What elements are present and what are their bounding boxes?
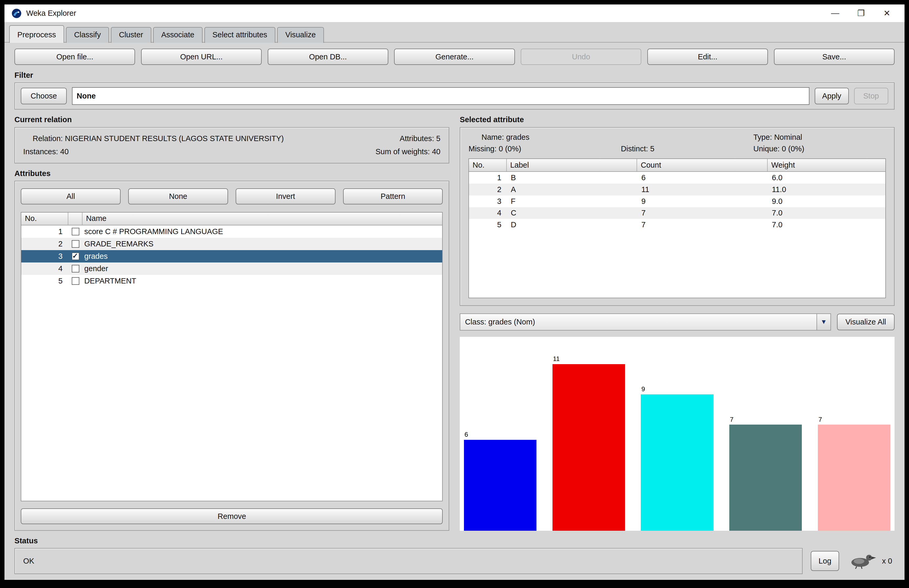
stat-missing-label: Missing: — [468, 144, 497, 153]
remove-button[interactable]: Remove — [21, 509, 443, 524]
visualize-all-button[interactable]: Visualize All — [837, 314, 894, 330]
right-column: Selected attribute Name: grades Type: No… — [460, 110, 894, 531]
attribute-checkbox[interactable] — [68, 240, 82, 248]
attributes-table: No. Name 1 score C # PROGRAMMING LANGUAG… — [21, 212, 443, 501]
attributes-box: All None Invert Pattern No. Name — [15, 181, 449, 530]
open-file-button[interactable]: Open file... — [15, 48, 135, 65]
log-button[interactable]: Log — [811, 551, 839, 571]
tab-cluster[interactable]: Cluster — [111, 27, 151, 43]
attribute-checkbox[interactable] — [68, 252, 82, 260]
stat-name-label: Name: — [481, 133, 504, 141]
sum-weights-label: Sum of weights: — [375, 147, 430, 156]
status-box: OK — [15, 548, 802, 574]
row-label: C — [507, 208, 637, 217]
stat-distinct: Distinct: 5 — [621, 144, 753, 153]
label-row[interactable]: 3 F 9 9.0 — [469, 195, 885, 207]
open-url-button[interactable]: Open URL... — [141, 48, 262, 65]
col-weight: Weight — [768, 159, 885, 171]
stat-name: Name: grades — [468, 133, 621, 142]
stat-spacer — [621, 133, 753, 142]
select-all-button[interactable]: All — [21, 188, 121, 204]
histogram: 611977 — [460, 337, 894, 530]
filter-section-label: Filter — [15, 71, 894, 79]
attribute-no: 2 — [21, 240, 68, 248]
attribute-name: GRADE_REMARKS — [82, 240, 442, 248]
current-relation-box: Relation: NIGERIAN STUDENT RESULTS (LAGO… — [15, 127, 449, 163]
tab-select-attributes[interactable]: Select attributes — [204, 27, 276, 43]
class-selector-row: Class: grades (Nom) ▼ Visualize All — [460, 313, 894, 331]
status-section-label: Status — [15, 536, 894, 545]
restore-icon[interactable]: ❐ — [848, 8, 874, 18]
bar-value-label: 6 — [465, 431, 468, 438]
weka-explorer-window: Weka Explorer — ❐ ✕ Preprocess Classify … — [0, 0, 909, 588]
bar-D: 7 — [818, 425, 890, 530]
attribute-name: score C # PROGRAMMING LANGUAGE — [82, 227, 442, 236]
checkbox-icon — [72, 277, 79, 285]
attributes-count-value: 5 — [436, 134, 440, 143]
stat-type-value: Nominal — [774, 133, 802, 141]
filter-value-field[interactable]: None — [72, 87, 809, 105]
bar-A: 11 — [552, 364, 625, 531]
label-row[interactable]: 5 D 7 7.0 — [469, 219, 885, 231]
attributes-count-label: Attributes: — [400, 134, 434, 143]
row-weight: 7.0 — [768, 208, 885, 217]
attribute-checkbox[interactable] — [68, 228, 82, 236]
generate-button[interactable]: Generate... — [394, 48, 515, 65]
bar-value-label: 7 — [819, 416, 822, 423]
save-button[interactable]: Save... — [774, 48, 894, 65]
choose-filter-button[interactable]: Choose — [21, 88, 67, 104]
class-selector[interactable]: Class: grades (Nom) ▼ — [460, 313, 831, 331]
row-label: B — [507, 173, 637, 182]
attribute-checkbox[interactable] — [68, 265, 82, 273]
attributes-section-label: Attributes — [15, 169, 449, 178]
label-counts-rows: 1 B 6 6.0 2 A 11 11.0 — [469, 172, 885, 298]
attribute-no: 4 — [21, 264, 68, 273]
apply-filter-button[interactable]: Apply — [815, 88, 849, 104]
edit-button[interactable]: Edit... — [647, 48, 768, 65]
attribute-row[interactable]: 2 GRADE_REMARKS — [21, 238, 442, 250]
select-none-button[interactable]: None — [128, 188, 228, 204]
stat-unique-label: Unique: — [753, 144, 780, 153]
attribute-row[interactable]: 4 gender — [21, 262, 442, 275]
attribute-name: DEPARTMENT — [82, 277, 442, 285]
close-icon[interactable]: ✕ — [874, 8, 900, 18]
invert-selection-button[interactable]: Invert — [236, 188, 336, 204]
tab-visualize[interactable]: Visualize — [277, 27, 324, 43]
tab-preprocess[interactable]: Preprocess — [9, 25, 64, 42]
row-label: A — [507, 185, 637, 194]
instances-value: 40 — [60, 147, 69, 156]
chevron-down-icon[interactable]: ▼ — [817, 314, 831, 330]
checkbox-icon — [72, 252, 79, 260]
sum-weights-value: 40 — [432, 147, 440, 156]
stat-missing: Missing: 0 (0%) — [468, 144, 621, 153]
attribute-no: 5 — [21, 277, 68, 285]
pattern-button[interactable]: Pattern — [343, 188, 443, 204]
attribute-checkbox[interactable] — [68, 277, 82, 285]
left-column: Current relation Relation: NIGERIAN STUD… — [15, 110, 449, 531]
attribute-row[interactable]: 1 score C # PROGRAMMING LANGUAGE — [21, 225, 442, 238]
attributes-count: Attributes: 5 — [400, 132, 440, 145]
row-count: 6 — [637, 173, 768, 182]
row-no: 5 — [469, 220, 507, 229]
col-label: Label — [507, 159, 637, 171]
filter-box: Choose None Apply Stop — [15, 82, 894, 110]
label-row[interactable]: 1 B 6 6.0 — [469, 172, 885, 184]
sum-of-weights: Sum of weights: 40 — [375, 145, 440, 158]
attribute-row[interactable]: 3 grades — [21, 250, 442, 262]
minimize-icon[interactable]: — — [822, 8, 848, 18]
row-weight: 7.0 — [768, 220, 885, 229]
attributes-rows: 1 score C # PROGRAMMING LANGUAGE 2 GRADE… — [21, 225, 442, 501]
attribute-row[interactable]: 5 DEPARTMENT — [21, 275, 442, 287]
bar-value-label: 11 — [553, 355, 560, 363]
checkbox-icon — [72, 240, 79, 248]
label-row[interactable]: 4 C 7 7.0 — [469, 207, 885, 219]
col-no: No. — [469, 159, 507, 171]
stat-missing-value: 0 (0%) — [499, 144, 521, 153]
tab-associate[interactable]: Associate — [153, 27, 203, 43]
label-row[interactable]: 2 A 11 11.0 — [469, 184, 885, 195]
row-weight: 9.0 — [768, 197, 885, 206]
row-no: 4 — [469, 208, 507, 217]
open-db-button[interactable]: Open DB... — [268, 48, 388, 65]
tab-classify[interactable]: Classify — [66, 27, 109, 43]
attributes-col-name: Name — [82, 213, 442, 225]
